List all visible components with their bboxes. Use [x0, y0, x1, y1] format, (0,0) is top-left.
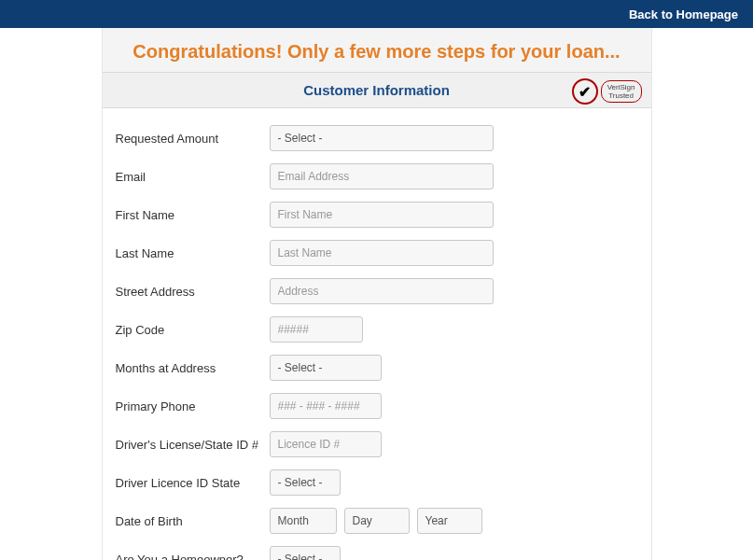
- dob-month-select[interactable]: Month: [270, 508, 337, 534]
- email-input[interactable]: [270, 163, 494, 189]
- badge-text: VeriSignTrusted: [601, 80, 642, 103]
- dob-year-select[interactable]: Year: [417, 508, 482, 534]
- requested-amount-label: Requested Amount: [116, 132, 270, 146]
- customer-info-form: Requested Amount - Select - Email First …: [103, 108, 651, 560]
- license-id-input[interactable]: [270, 431, 382, 457]
- email-label: Email: [116, 170, 270, 184]
- section-header: Customer Information VeriSignTrusted: [103, 72, 651, 108]
- license-id-label: Driver's License/State ID #: [116, 438, 270, 452]
- license-state-select[interactable]: - Select -: [270, 469, 341, 496]
- primary-phone-label: Primary Phone: [116, 399, 270, 413]
- months-at-address-select[interactable]: - Select -: [270, 355, 382, 381]
- first-name-input[interactable]: [270, 202, 494, 228]
- section-title: Customer Information: [103, 82, 651, 98]
- primary-phone-input[interactable]: [270, 393, 382, 419]
- top-navigation-bar: Back to Homepage: [0, 0, 753, 28]
- checkmark-icon: [572, 78, 598, 105]
- dob-label: Date of Birth: [116, 514, 270, 528]
- homeowner-label: Are You a Homeowner?: [116, 553, 270, 561]
- verisign-trusted-badge: VeriSignTrusted: [572, 78, 642, 105]
- page-headline: Congratulations! Only a few more steps f…: [103, 41, 651, 63]
- last-name-label: Last Name: [116, 246, 270, 260]
- first-name-label: First Name: [116, 208, 270, 222]
- license-state-label: Driver Licence ID State: [116, 476, 270, 490]
- form-container: Congratulations! Only a few more steps f…: [102, 28, 652, 560]
- street-address-input[interactable]: [270, 278, 494, 304]
- homeowner-select[interactable]: - Select -: [270, 546, 341, 560]
- street-address-label: Street Address: [116, 285, 270, 299]
- back-to-homepage-link[interactable]: Back to Homepage: [629, 7, 738, 21]
- requested-amount-select[interactable]: - Select -: [270, 125, 494, 151]
- months-at-address-label: Months at Address: [116, 361, 270, 375]
- last-name-input[interactable]: [270, 240, 494, 266]
- congrats-banner: Congratulations! Only a few more steps f…: [103, 28, 651, 72]
- zip-code-input[interactable]: [270, 316, 363, 343]
- dob-day-select[interactable]: Day: [344, 508, 410, 534]
- zip-code-label: Zip Code: [116, 323, 270, 337]
